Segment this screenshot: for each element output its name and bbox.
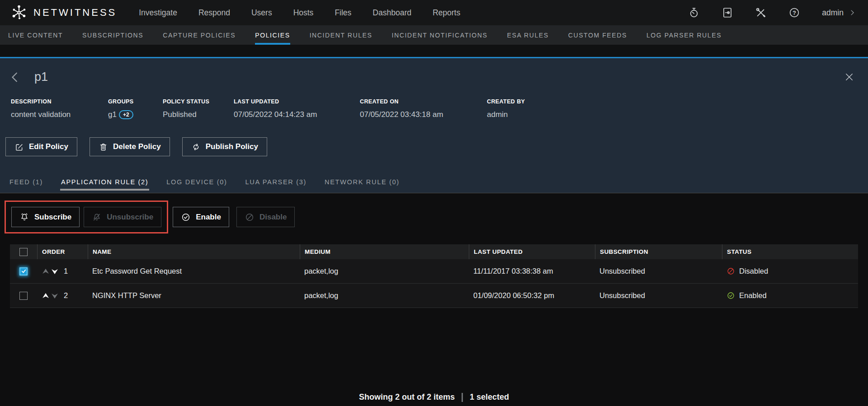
policy-actions: Edit Policy Delete Policy Publish Policy	[5, 137, 868, 156]
disable-button[interactable]: Disable	[236, 207, 295, 227]
footer-divider	[462, 393, 463, 402]
rules-toolbar: Subscribe Unsubscribe Enable	[5, 201, 868, 233]
enable-button[interactable]: Enable	[173, 207, 229, 227]
groups-more-badge[interactable]: +2	[119, 110, 133, 119]
order-number: 2	[64, 291, 68, 300]
tools-icon[interactable]	[755, 7, 767, 19]
subnav-incident-notifications[interactable]: INCIDENT NOTIFICATIONS	[392, 25, 487, 45]
user-menu[interactable]: admin	[822, 8, 856, 18]
table-row[interactable]: 1 Etc Password Get Request packet,log 11…	[10, 259, 858, 284]
selected-count: 1 selected	[470, 392, 509, 402]
select-all-cell	[10, 244, 37, 259]
nav-item-files[interactable]: Files	[335, 8, 351, 18]
field-last-updated: LAST UPDATED 07/05/2022 04:14:23 am	[234, 98, 360, 119]
nav-item-users[interactable]: Users	[251, 8, 272, 18]
tab-feed[interactable]: FEED (1)	[9, 178, 43, 193]
bell-icon	[19, 212, 29, 222]
field-created-on-label: CREATED ON	[360, 98, 487, 105]
bell-slash-icon	[92, 212, 102, 222]
top-nav: NETWITNESS Investigate Respond Users Hos…	[0, 0, 868, 25]
unsubscribe-label: Unsubscribe	[107, 213, 153, 222]
tab-lua-parser[interactable]: LUA PARSER (3)	[245, 178, 307, 193]
slash-circle-icon	[245, 212, 255, 222]
spacer	[0, 45, 868, 57]
column-name: NAME	[88, 244, 300, 259]
field-policy-status: POLICY STATUS Published	[163, 98, 234, 119]
rule-subscription: Unsubscribed	[595, 291, 722, 300]
brand-name: NETWITNESS	[33, 7, 117, 19]
rule-status: Enabled	[722, 291, 858, 300]
edit-icon	[14, 142, 24, 152]
publish-policy-button[interactable]: Publish Policy	[182, 137, 267, 156]
field-description: DESCRIPTION content validation	[11, 98, 108, 119]
nav-item-hosts[interactable]: Hosts	[293, 8, 314, 18]
preferences-icon[interactable]	[722, 7, 733, 19]
caret-down-icon[interactable]	[52, 293, 58, 299]
status-text: Enabled	[739, 291, 767, 300]
subnav-incident-rules[interactable]: INCIDENT RULES	[310, 25, 373, 45]
rule-name: Etc Password Get Request	[88, 267, 300, 275]
order-number: 1	[64, 267, 68, 275]
field-created-by-label: CREATED BY	[487, 98, 525, 105]
netwitness-logo[interactable]: NETWITNESS	[0, 4, 117, 22]
edit-policy-button[interactable]: Edit Policy	[5, 137, 77, 156]
tab-application-rule[interactable]: APPLICATION RULE (2)	[61, 178, 148, 193]
order-cell: 2	[37, 291, 88, 300]
nav-item-investigate[interactable]: Investigate	[139, 8, 177, 18]
rule-medium: packet,log	[300, 267, 469, 275]
disable-label: Disable	[259, 213, 287, 222]
status-text: Disabled	[739, 267, 768, 275]
table-footer: Showing 2 out of 2 items 1 selected	[359, 392, 509, 402]
panel-header: p1	[0, 58, 868, 84]
tab-network-rule[interactable]: NETWORK RULE (0)	[325, 178, 400, 193]
unsubscribe-button[interactable]: Unsubscribe	[84, 207, 161, 227]
subnav-capture-policies[interactable]: CAPTURE POLICIES	[163, 25, 236, 45]
subscription-annotation-box: Subscribe Unsubscribe	[5, 201, 168, 233]
field-created-by: CREATED BY admin	[487, 98, 525, 119]
column-medium: MEDIUM	[300, 244, 469, 259]
field-policy-status-value: Published	[163, 110, 234, 119]
live-content-subnav: LIVE CONTENT SUBSCRIPTIONS CAPTURE POLIC…	[0, 25, 868, 45]
delete-policy-button[interactable]: Delete Policy	[90, 137, 170, 156]
application-rules-table: ORDER NAME MEDIUM LAST UPDATED SUBSCRIPT…	[10, 244, 858, 308]
subnav-custom-feeds[interactable]: CUSTOM FEEDS	[568, 25, 627, 45]
top-nav-right: ? admin	[688, 7, 868, 19]
row-checkbox-unchecked[interactable]	[19, 292, 28, 300]
rule-medium: packet,log	[300, 291, 469, 300]
column-status: STATUS	[722, 244, 858, 259]
timer-icon[interactable]	[688, 7, 700, 19]
select-all-checkbox[interactable]	[19, 248, 28, 256]
help-icon[interactable]: ?	[788, 7, 800, 19]
field-created-by-value: admin	[487, 110, 525, 119]
close-icon[interactable]	[844, 72, 854, 82]
tab-log-device[interactable]: LOG DEVICE (0)	[166, 178, 227, 193]
nav-item-respond[interactable]: Respond	[198, 8, 230, 18]
chevron-right-icon	[848, 9, 856, 17]
subnav-subscriptions[interactable]: SUBSCRIPTIONS	[82, 25, 143, 45]
field-created-on-value: 07/05/2022 03:43:18 am	[360, 110, 487, 119]
subnav-log-parser-rules[interactable]: LOG PARSER RULES	[646, 25, 722, 45]
subnav-policies[interactable]: POLICIES	[255, 25, 290, 45]
enable-label: Enable	[196, 213, 221, 222]
nav-item-dashboard[interactable]: Dashboard	[373, 8, 411, 18]
policy-detail-panel: p1 DESCRIPTION content validation GROUPS…	[0, 57, 868, 193]
field-groups-value: g1 +2	[108, 110, 163, 119]
order-cell: 1	[37, 267, 88, 275]
back-icon[interactable]	[9, 71, 21, 83]
field-last-updated-value: 07/05/2022 04:14:23 am	[234, 110, 360, 119]
row-checkbox-cell	[10, 267, 37, 275]
nav-item-reports[interactable]: Reports	[433, 8, 460, 18]
subnav-live-content[interactable]: LIVE CONTENT	[8, 25, 63, 45]
subnav-esa-rules[interactable]: ESA RULES	[507, 25, 549, 45]
trash-icon	[99, 142, 108, 152]
content-type-tabs: FEED (1) APPLICATION RULE (2) LOG DEVICE…	[9, 178, 400, 193]
caret-up-icon[interactable]	[42, 269, 49, 274]
publish-policy-label: Publish Policy	[206, 142, 258, 151]
caret-up-icon[interactable]	[42, 293, 49, 299]
row-checkbox-checked[interactable]	[19, 267, 28, 275]
edit-policy-label: Edit Policy	[29, 142, 68, 151]
table-row[interactable]: 2 NGINX HTTP Server packet,log 01/09/202…	[10, 284, 858, 308]
subscribe-button[interactable]: Subscribe	[11, 207, 80, 227]
rule-subscription: Unsubscribed	[595, 267, 722, 275]
caret-down-icon[interactable]	[52, 269, 58, 274]
